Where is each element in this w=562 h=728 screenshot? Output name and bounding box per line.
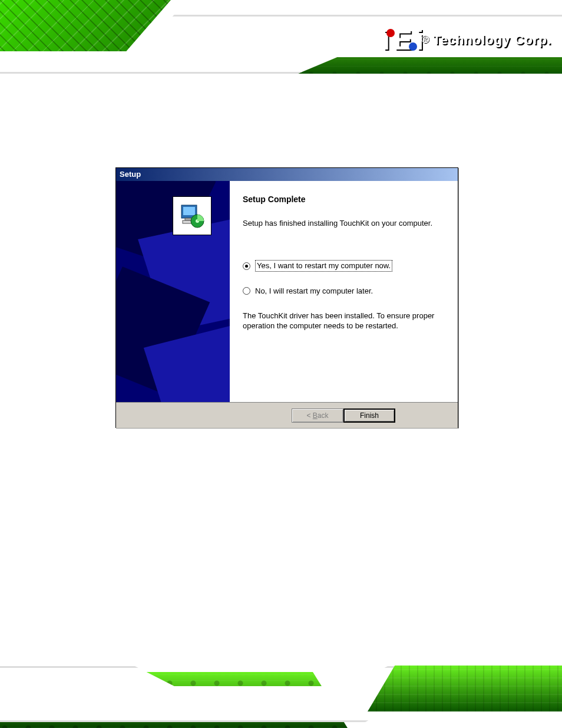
- dialog-content: Setup Complete Setup has finished instal…: [230, 181, 458, 402]
- radio-restart-later-label: No, I will restart my computer later.: [255, 286, 373, 297]
- setup-dialog: Setup Setup Complete Setup has: [115, 167, 458, 428]
- finish-button[interactable]: Finish: [343, 409, 395, 423]
- dialog-heading: Setup Complete: [243, 194, 442, 205]
- back-button: < Back: [292, 409, 343, 423]
- restart-radio-group: Yes, I want to restart my computer now. …: [243, 260, 442, 296]
- registered-mark: ®: [421, 34, 429, 46]
- dialog-titlebar[interactable]: Setup: [116, 168, 458, 181]
- footer-accent-right: [368, 666, 562, 711]
- dialog-body: Setup Complete Setup has finished instal…: [116, 181, 458, 403]
- svg-rect-1: [183, 207, 195, 215]
- dialog-button-row: < Back Finish: [116, 403, 458, 428]
- dialog-note: The TouchKit driver has been installed. …: [243, 311, 442, 331]
- brand-text: Technology Corp.: [433, 32, 551, 48]
- installer-icon: [173, 196, 211, 235]
- radio-unchecked-icon: [243, 287, 250, 295]
- radio-restart-later[interactable]: No, I will restart my computer later.: [243, 286, 442, 297]
- brand-logo: iEi ® Technology Corp.: [382, 24, 551, 56]
- page-footer-band: [0, 645, 562, 728]
- dialog-side-art: [116, 181, 230, 402]
- computer-disc-icon: [178, 202, 206, 230]
- dialog-title: Setup: [120, 170, 141, 179]
- radio-restart-now-label: Yes, I want to restart my computer now.: [255, 260, 392, 272]
- radio-checked-icon: [243, 262, 250, 270]
- logo-glyph: iEi: [382, 24, 422, 56]
- radio-restart-now[interactable]: Yes, I want to restart my computer now.: [243, 260, 442, 272]
- dialog-intro: Setup has finished installing TouchKit o…: [243, 218, 442, 229]
- page-header-band: iEi ® Technology Corp.: [0, 0, 562, 83]
